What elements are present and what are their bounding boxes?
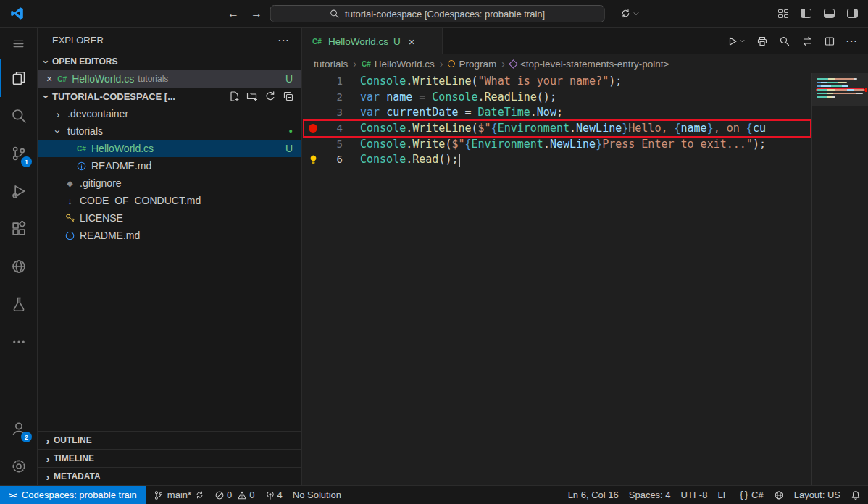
tree-item-code-of-conduct[interactable]: ↓ CODE_OF_CONDUCT.md <box>38 192 301 209</box>
sync-changes-icon <box>195 490 204 500</box>
remote-indicator[interactable]: >< Codespaces: probable train <box>0 486 146 504</box>
history-forward-button[interactable]: → <box>251 7 262 20</box>
history-back-button[interactable]: ← <box>228 7 239 20</box>
breadcrumb-symbol[interactable]: <top-level-statements-entry-point> <box>510 59 669 70</box>
source-control-icon[interactable]: 1 <box>0 135 37 172</box>
code-line[interactable]: 1 Console.WriteLine("What is your name?"… <box>302 73 811 89</box>
code-line[interactable]: 2 var name = Console.ReadLine(); <box>302 89 811 105</box>
workspace-root-header[interactable]: › TUTORIAL-CODESPACE [... <box>38 88 301 105</box>
additional-views-icon[interactable] <box>0 323 37 361</box>
license-key-icon <box>64 213 76 224</box>
tree-item-label: HelloWorld.cs <box>91 143 154 154</box>
code-text[interactable]: Console.Read(); <box>343 153 458 166</box>
code-line-active[interactable]: 6 Console.Read(); <box>302 151 811 167</box>
encoding-indicator[interactable]: UTF-8 <box>676 486 713 504</box>
timeline-section-header[interactable]: › TIMELINE <box>38 449 301 467</box>
language-indicator[interactable]: {} C# <box>734 486 769 504</box>
settings-gear-icon[interactable] <box>0 448 37 485</box>
tree-item-label: tutorials <box>67 125 103 137</box>
code-text[interactable]: Console.WriteLine($"{Environment.NewLine… <box>343 122 766 135</box>
chevron-down-icon: › <box>41 56 53 67</box>
extensions-icon[interactable] <box>0 210 37 248</box>
print-icon[interactable] <box>756 35 768 47</box>
open-editor-item[interactable]: × C# HelloWorld.cs tutorials U <box>38 70 301 88</box>
sync-dropdown-button[interactable] <box>620 8 640 19</box>
split-editor-icon[interactable] <box>824 35 835 47</box>
broadcast-icon <box>265 490 275 500</box>
problems-indicator[interactable]: 0 0 <box>209 486 259 504</box>
command-center[interactable]: tutorial-codespace [Codespaces: probable… <box>270 5 605 22</box>
more-actions-icon[interactable]: ··· <box>846 35 858 46</box>
tree-item-license[interactable]: LICENSE <box>38 209 301 227</box>
open-editors-header[interactable]: › OPEN EDITORS <box>38 53 301 70</box>
code-text[interactable]: Console.WriteLine("What is your name?"); <box>343 75 622 88</box>
tab-helloworld-cs[interactable]: C# HelloWorld.cs U × <box>302 28 443 54</box>
warning-icon <box>237 490 247 500</box>
search-editor-icon[interactable] <box>779 35 790 47</box>
code-text[interactable]: var currentDate = DateTime.Now; <box>343 106 563 119</box>
accounts-icon[interactable]: 2 <box>0 410 37 448</box>
keyboard-layout-indicator[interactable]: Layout: US <box>789 486 846 504</box>
code-line[interactable]: 3 var currentDate = DateTime.Now; <box>302 104 811 120</box>
code-line[interactable]: 5 Console.Write($"{Environment.NewLine}P… <box>302 136 811 152</box>
breadcrumb-folder[interactable]: tutorials <box>314 59 348 70</box>
notifications-bell-icon[interactable] <box>846 486 868 504</box>
new-folder-icon[interactable] <box>246 91 258 102</box>
globe-icon[interactable] <box>769 486 789 504</box>
branch-indicator[interactable]: main* <box>149 486 209 504</box>
code-editor[interactable]: 1 Console.WriteLine("What is your name?"… <box>302 73 811 485</box>
breadcrumb-file[interactable]: C# HelloWorld.cs <box>362 59 435 70</box>
line-number: 6 <box>324 154 343 165</box>
customize-layout-icon[interactable] <box>778 9 788 18</box>
code-line-breakpoint[interactable]: 4 Console.WriteLine($"{Environment.NewLi… <box>302 120 811 136</box>
cursor-position-indicator[interactable]: Ln 6, Col 16 <box>563 486 624 504</box>
new-file-icon[interactable] <box>228 91 240 102</box>
modified-dot-icon: ● <box>289 127 293 135</box>
tree-item-tutorials[interactable]: › tutorials ● <box>38 122 301 140</box>
close-icon[interactable]: × <box>46 73 52 85</box>
breadcrumb-class[interactable]: Program <box>448 59 496 70</box>
tree-item-readme-tutorials[interactable]: README.md <box>38 157 301 175</box>
run-and-debug-icon[interactable] <box>0 172 37 210</box>
open-editors-label: OPEN EDITORS <box>52 56 117 67</box>
eol-indicator[interactable]: LF <box>712 486 733 504</box>
line-number: 2 <box>324 91 343 103</box>
tree-item-gitignore[interactable]: ◆ .gitignore <box>38 175 301 192</box>
search-view-icon[interactable] <box>0 97 37 135</box>
open-editor-file-label: HelloWorld.cs <box>72 73 134 85</box>
minimap[interactable] <box>811 73 868 485</box>
ports-indicator[interactable]: 4 <box>260 486 288 504</box>
solution-indicator[interactable]: No Solution <box>288 486 346 504</box>
toggle-panel-icon[interactable] <box>824 9 835 18</box>
menu-icon[interactable] <box>0 28 37 59</box>
line-number: 3 <box>324 106 343 118</box>
toggle-secondary-sidebar-icon[interactable] <box>847 9 858 18</box>
csharp-file-icon: C# <box>362 60 371 68</box>
explorer-more-actions-icon[interactable]: ··· <box>278 35 290 46</box>
explorer-icon[interactable] <box>0 59 37 97</box>
toggle-primary-sidebar-icon[interactable] <box>801 9 811 18</box>
overview-ruler-breakpoint-mark <box>865 88 867 92</box>
close-icon[interactable]: × <box>409 35 415 48</box>
status-bar: >< Codespaces: probable train main* 0 0 … <box>0 485 868 504</box>
remote-explorer-icon[interactable] <box>0 248 37 285</box>
chevron-right-icon: › <box>501 58 505 70</box>
tree-item-devcontainer[interactable]: › .devcontainer <box>38 105 301 122</box>
testing-icon[interactable] <box>0 285 37 323</box>
code-text[interactable]: Console.Write($"{Environment.NewLine}Pre… <box>343 138 766 151</box>
compare-changes-icon[interactable] <box>801 35 813 47</box>
tree-item-helloworld-cs[interactable]: C# HelloWorld.cs U <box>38 140 301 157</box>
markdown-file-icon: ↓ <box>64 196 76 206</box>
outline-section-header[interactable]: › OUTLINE <box>38 431 301 449</box>
code-text[interactable]: var name = Console.ReadLine(); <box>343 91 556 104</box>
collapse-folders-icon[interactable] <box>283 91 294 102</box>
run-or-debug-button[interactable] <box>727 35 746 47</box>
indentation-indicator[interactable]: Spaces: 4 <box>624 486 676 504</box>
minimap-slider[interactable] <box>812 73 868 106</box>
refresh-icon[interactable] <box>264 91 276 102</box>
error-count: 0 <box>227 490 232 500</box>
breakpoint-icon[interactable] <box>302 124 324 133</box>
metadata-section-header[interactable]: › METADATA <box>38 467 301 485</box>
lightbulb-icon[interactable] <box>302 154 324 165</box>
tree-item-readme-root[interactable]: README.md <box>38 227 301 244</box>
